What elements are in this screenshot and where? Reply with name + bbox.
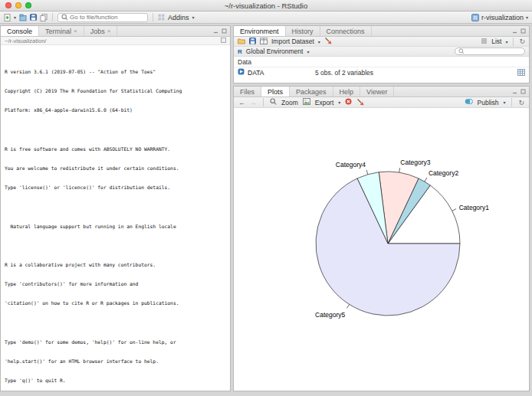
tab-console[interactable]: Console (1, 26, 39, 36)
console-line (5, 126, 226, 133)
export-plot-button[interactable]: Export (315, 99, 334, 106)
svg-text:R: R (473, 15, 477, 20)
new-file-icon[interactable] (4, 14, 11, 21)
expand-object-icon[interactable] (238, 68, 245, 77)
clear-all-plots-broom-icon[interactable] (356, 98, 364, 107)
new-file-caret-icon[interactable]: ▾ (14, 15, 16, 20)
close-button[interactable] (5, 2, 11, 8)
maximize-pane-icon[interactable] (521, 28, 526, 35)
list-view-caret-icon[interactable]: ▾ (505, 39, 507, 44)
environment-pane: Environment History Connections Import D… (233, 25, 530, 83)
console-line: Copyright (C) 2019 The R Foundation for … (5, 88, 226, 94)
workspace: Console Terminal× Jobs× ~/r-visualizatio… (0, 24, 532, 396)
environment-tabbar: Environment History Connections (234, 26, 529, 37)
minimize-pane-icon[interactable] (512, 88, 517, 96)
pie-label: Category4 (336, 161, 366, 169)
scope-caret-icon[interactable]: ▾ (307, 49, 309, 54)
export-plot-icon (303, 98, 310, 106)
save-workspace-icon[interactable] (249, 38, 256, 46)
next-plot-icon[interactable]: → (250, 99, 257, 106)
tab-viewer[interactable]: Viewer (360, 87, 394, 97)
minimize-button[interactable] (15, 2, 21, 8)
close-icon[interactable]: × (107, 28, 111, 34)
maximize-pane-icon[interactable] (521, 88, 526, 96)
popout-icon[interactable] (221, 38, 226, 44)
plots-tabbar: Files Plots Packages Help Viewer (234, 87, 529, 97)
goto-file-input[interactable] (70, 14, 144, 21)
project-selector[interactable]: R r-visualization ▾ (471, 14, 528, 21)
console-line: 'citation()' on how to cite R or R packa… (5, 300, 226, 306)
tab-terminal[interactable]: Terminal× (39, 26, 84, 36)
save-all-icon[interactable] (40, 14, 48, 21)
pie-chart: Category1Category2Category3Category4Cate… (234, 108, 530, 391)
publish-button[interactable]: Publish (478, 99, 499, 106)
close-icon[interactable]: × (74, 28, 77, 34)
pie-label-tick (425, 178, 427, 182)
addins-icon (158, 14, 165, 21)
environment-search[interactable] (455, 47, 525, 55)
console-line: Type 'contributors()' for more informati… (5, 281, 226, 287)
environment-object-row[interactable]: DATA 5 obs. of 2 variables (234, 67, 529, 77)
console-pane-buttons (213, 26, 230, 36)
addins-button[interactable]: Addins (168, 14, 189, 21)
view-data-grid-icon[interactable] (517, 69, 525, 76)
toolbar-separator (52, 13, 53, 21)
tab-packages[interactable]: Packages (290, 87, 333, 97)
tab-help[interactable]: Help (333, 87, 361, 97)
pie-label: Category3 (400, 159, 430, 166)
project-caret-icon: ▾ (526, 15, 528, 20)
import-dataset-button[interactable]: Import Dataset (271, 38, 314, 45)
object-name: DATA (248, 69, 312, 77)
environment-scope-selector[interactable]: Global Environment (246, 47, 304, 55)
previous-plot-icon[interactable]: ← (238, 99, 245, 106)
list-view-button[interactable]: List (491, 38, 501, 45)
load-workspace-icon[interactable] (238, 38, 245, 46)
window-controls (5, 2, 31, 8)
minimize-pane-icon[interactable] (213, 28, 218, 35)
refresh-environment-icon[interactable]: ↻ (519, 38, 525, 45)
zoom-button[interactable] (25, 2, 31, 8)
rstudio-window: ~/r-visualization - RStudio ▾ Addins ▾ R (0, 0, 532, 396)
console-tabbar: Console Terminal× Jobs× (1, 26, 230, 37)
import-dataset-caret-icon[interactable]: ▾ (318, 39, 320, 44)
console-line: R is a collaborative project with many c… (5, 262, 226, 268)
environment-object-list: Data DATA 5 obs. of 2 variables (234, 57, 529, 83)
tab-files[interactable]: Files (234, 87, 261, 97)
title-bar: ~/r-visualization - RStudio (0, 0, 532, 11)
export-caret-icon[interactable]: ▾ (338, 100, 340, 105)
console-output[interactable]: R version 3.6.1 (2019-07-05) -- "Action … (1, 45, 230, 391)
refresh-plot-icon[interactable]: ↻ (518, 99, 524, 106)
environment-scope-bar: R Global Environment ▾ (234, 47, 529, 57)
goto-file-search[interactable] (57, 13, 148, 22)
new-project-icon[interactable] (19, 14, 27, 21)
environment-pane-buttons (512, 26, 529, 36)
toolbar-separator (153, 13, 153, 21)
r-logo-icon: R (238, 48, 242, 55)
console-line: R is free software and comes with ABSOLU… (5, 146, 226, 152)
tab-history[interactable]: History (286, 26, 320, 36)
pie-label-tick (452, 209, 456, 211)
minimize-pane-icon[interactable] (512, 28, 517, 35)
tab-environment[interactable]: Environment (234, 26, 286, 36)
console-line: Type 'demo()' for some demos, 'help()' f… (5, 339, 226, 345)
publish-caret-icon[interactable]: ▾ (503, 100, 505, 105)
pie-label: Category1 (459, 204, 489, 211)
environment-search-input[interactable] (465, 48, 521, 55)
environment-toolbar: Import Dataset ▾ List ▾ ↻ (234, 37, 529, 47)
remove-plot-icon[interactable] (345, 98, 352, 106)
tab-plots[interactable]: Plots (261, 87, 290, 97)
pie-label-tick (346, 304, 349, 308)
publish-icon (465, 98, 473, 106)
project-label: r-visualization (481, 14, 524, 21)
zoom-plot-button[interactable]: Zoom (281, 99, 298, 106)
console-line: Platform: x86_64-apple-darwin15.6.0 (64-… (5, 107, 226, 113)
save-icon[interactable] (30, 14, 37, 21)
clear-environment-broom-icon[interactable] (324, 37, 332, 46)
tab-connections[interactable]: Connections (320, 26, 372, 36)
pie-label: Category2 (429, 169, 458, 177)
console-line (5, 204, 226, 210)
right-column: Environment History Connections Import D… (233, 25, 530, 391)
tab-jobs[interactable]: Jobs× (84, 26, 118, 36)
addins-caret-icon[interactable]: ▾ (192, 15, 195, 20)
maximize-pane-icon[interactable] (222, 28, 227, 35)
